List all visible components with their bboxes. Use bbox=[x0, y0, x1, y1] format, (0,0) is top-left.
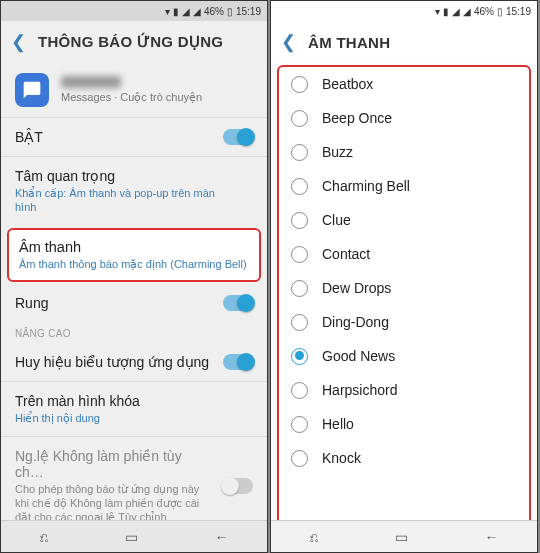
signal-icon: ◢ bbox=[452, 6, 460, 17]
sound-item[interactable]: Charming Bell bbox=[279, 169, 529, 203]
status-bar: ▾ ▮ ◢ ◢ 46% ▯ 15:19 bbox=[1, 1, 267, 21]
phone-left: ▾ ▮ ◢ ◢ 46% ▯ 15:19 ❮ THÔNG BÁO ỨNG DỤNG… bbox=[0, 0, 268, 553]
signal-icon: ◢ bbox=[193, 6, 201, 17]
nav-home-icon[interactable]: ▭ bbox=[125, 529, 138, 545]
sound-item[interactable]: Clue bbox=[279, 203, 529, 237]
sound-label: Beep Once bbox=[322, 110, 392, 126]
advanced-header: NÂNG CAO bbox=[1, 322, 267, 343]
battery-icon: ▯ bbox=[497, 6, 503, 17]
radio-icon bbox=[291, 416, 308, 433]
dnd-row[interactable]: Ng.lệ Không làm phiền tùy ch… Cho phép t… bbox=[1, 437, 267, 520]
nav-home-icon[interactable]: ▭ bbox=[395, 529, 408, 545]
sound-label: Dew Drops bbox=[322, 280, 391, 296]
header: ❮ THÔNG BÁO ỨNG DỤNG bbox=[1, 21, 267, 63]
radio-icon bbox=[291, 110, 308, 127]
vibrate-label: Rung bbox=[15, 295, 48, 311]
sound-item[interactable]: Harpsichord bbox=[279, 373, 529, 407]
sound-label: Buzz bbox=[322, 144, 353, 160]
signal-icon: ◢ bbox=[182, 6, 190, 17]
lockscreen-sub: Hiển thị nội dung bbox=[15, 411, 140, 425]
page-title: ÂM THANH bbox=[308, 34, 390, 51]
radio-icon bbox=[291, 314, 308, 331]
wifi-icon: ▾ bbox=[435, 6, 440, 17]
app-row: Messages · Cuộc trò chuyện bbox=[1, 63, 267, 117]
sound-item[interactable]: Contact bbox=[279, 237, 529, 271]
sound-label: Charming Bell bbox=[322, 178, 410, 194]
phone-right: ▾ ▮ ◢ ◢ 46% ▯ 15:19 ❮ ÂM THANH BeatboxBe… bbox=[270, 0, 538, 553]
battery-text: 46% bbox=[204, 6, 224, 17]
status-icons: ▾ ▮ ◢ ◢ 46% ▯ 15:19 bbox=[435, 6, 531, 17]
sound-label: Hello bbox=[322, 416, 354, 432]
dnd-sub: Cho phép thông báo từ ứng dụng này khi c… bbox=[15, 482, 210, 520]
sound-list: BeatboxBeep OnceBuzzCharming BellClueCon… bbox=[277, 65, 531, 552]
signal-icon: ◢ bbox=[463, 6, 471, 17]
sound-item[interactable]: Knock bbox=[279, 441, 529, 475]
sound-item[interactable]: Good News bbox=[279, 339, 529, 373]
sound-label: Ding-Dong bbox=[322, 314, 389, 330]
radio-icon bbox=[291, 450, 308, 467]
on-label: BẬT bbox=[15, 129, 43, 145]
master-toggle-row[interactable]: BẬT bbox=[1, 118, 267, 156]
battery-text: 46% bbox=[474, 6, 494, 17]
app-subtitle: Messages · Cuộc trò chuyện bbox=[61, 91, 202, 104]
status-bar: ▾ ▮ ◢ ◢ 46% ▯ 15:19 bbox=[271, 1, 537, 21]
sound-label: Beatbox bbox=[322, 76, 373, 92]
sound-label: Contact bbox=[322, 246, 370, 262]
nav-recents-icon[interactable]: ⎌ bbox=[40, 529, 48, 545]
sound-item[interactable]: Ding-Dong bbox=[279, 305, 529, 339]
vibrate-toggle[interactable] bbox=[223, 295, 253, 311]
nav-back-icon[interactable]: ← bbox=[485, 529, 499, 545]
page-title: THÔNG BÁO ỨNG DỤNG bbox=[38, 33, 223, 51]
sound-item[interactable]: Dew Drops bbox=[279, 271, 529, 305]
card-icon: ▮ bbox=[443, 6, 449, 17]
badge-toggle[interactable] bbox=[223, 354, 253, 370]
back-icon[interactable]: ❮ bbox=[11, 33, 26, 51]
radio-icon bbox=[291, 246, 308, 263]
battery-icon: ▯ bbox=[227, 6, 233, 17]
nav-bar: ⎌ ▭ ← bbox=[1, 520, 267, 552]
importance-row[interactable]: Tâm quan trọng Khẩn cấp: Âm thanh và pop… bbox=[1, 157, 267, 226]
radio-icon bbox=[291, 280, 308, 297]
nav-back-icon[interactable]: ← bbox=[215, 529, 229, 545]
clock-text: 15:19 bbox=[506, 6, 531, 17]
sound-item[interactable]: Beatbox bbox=[279, 67, 529, 101]
nav-recents-icon[interactable]: ⎌ bbox=[310, 529, 318, 545]
card-icon: ▮ bbox=[173, 6, 179, 17]
nav-bar: ⎌ ▭ ← bbox=[271, 520, 537, 552]
sound-label: Knock bbox=[322, 450, 361, 466]
sound-sub: Âm thanh thông báo mặc định (Charming Be… bbox=[19, 258, 249, 271]
wifi-icon: ▾ bbox=[165, 6, 170, 17]
sound-item[interactable]: Hello bbox=[279, 407, 529, 441]
back-icon[interactable]: ❮ bbox=[281, 33, 296, 51]
messages-app-icon bbox=[15, 73, 49, 107]
sound-item[interactable]: Beep Once bbox=[279, 101, 529, 135]
header: ❮ ÂM THANH bbox=[271, 21, 537, 63]
sound-label: Good News bbox=[322, 348, 395, 364]
sound-item[interactable]: Buzz bbox=[279, 135, 529, 169]
radio-icon bbox=[291, 76, 308, 93]
master-toggle[interactable] bbox=[223, 129, 253, 145]
clock-text: 15:19 bbox=[236, 6, 261, 17]
dnd-label: Ng.lệ Không làm phiền tùy ch… bbox=[15, 448, 210, 480]
badge-row[interactable]: Huy hiệu biểu tượng ứng dụng bbox=[1, 343, 267, 381]
radio-icon bbox=[291, 178, 308, 195]
dnd-toggle[interactable] bbox=[223, 478, 253, 494]
app-name-blurred bbox=[61, 76, 121, 88]
radio-icon bbox=[291, 382, 308, 399]
radio-icon bbox=[291, 212, 308, 229]
importance-sub: Khẩn cấp: Âm thanh và pop-up trên màn hì… bbox=[15, 186, 215, 215]
sound-row[interactable]: Âm thanh Âm thanh thông báo mặc định (Ch… bbox=[7, 228, 261, 282]
badge-label: Huy hiệu biểu tượng ứng dụng bbox=[15, 354, 209, 370]
radio-icon bbox=[291, 348, 308, 365]
vibrate-row[interactable]: Rung bbox=[1, 284, 267, 322]
sound-label: Âm thanh bbox=[19, 239, 249, 255]
status-icons: ▾ ▮ ◢ ◢ 46% ▯ 15:19 bbox=[165, 6, 261, 17]
sound-label: Clue bbox=[322, 212, 351, 228]
lockscreen-row[interactable]: Trên màn hình khóa Hiển thị nội dung bbox=[1, 382, 267, 436]
radio-icon bbox=[291, 144, 308, 161]
lockscreen-label: Trên màn hình khóa bbox=[15, 393, 140, 409]
importance-label: Tâm quan trọng bbox=[15, 168, 215, 184]
sound-label: Harpsichord bbox=[322, 382, 397, 398]
